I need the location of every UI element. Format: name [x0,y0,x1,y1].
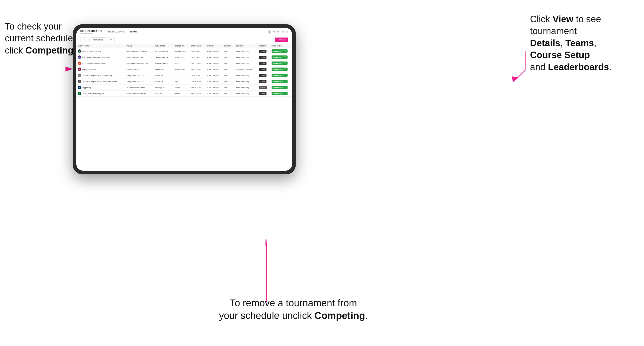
col-start-date: START DATE [190,44,205,48]
cell-division: NCAA Division I [205,78,222,84]
cell-event-name: MFolds of Honor Collegiate [76,48,125,54]
nav-teams[interactable]: TEAMS [130,31,138,33]
cell-venue: Sahalee Country Club [125,54,154,60]
cell-actions: View ℹ [257,91,270,97]
event-name-text: 2023 Sahalee Players Championship [82,56,110,58]
cell-venue: Papago Golf Club [125,66,154,72]
col-hosted-by: HOSTED BY [173,44,190,48]
competing-badge[interactable]: Competing ✓ [272,92,288,95]
table-row: MFolds of Honor CollegiateAmerican Dunes… [76,48,292,54]
table-body: MFolds of Honor CollegiateAmerican Dunes… [76,48,292,97]
nav-tournaments[interactable]: TOURNAMENTS [108,31,124,33]
cell-hosted: Arizona State [173,66,190,72]
tablet-screen: SCOREBOARD Powered by clippi TOURNAMENTS… [76,28,292,171]
filter-competing-button[interactable]: Competing [91,37,106,42]
cell-event-name: APapago Individual [76,66,125,72]
event-name-text: John A. Burns Intercollegiate [82,93,104,94]
team-logo: J [78,80,81,83]
cell-division: NCAA Division I [205,72,222,78]
cell-venue: American Dunes Golf Club [125,48,154,54]
arrow-to-view [501,46,544,90]
view-button[interactable]: View ℹ [259,74,266,77]
filter-all-button[interactable]: All [107,37,115,42]
event-name-text: Copper Cup [82,87,92,88]
team-logo: A [78,68,81,71]
cell-event-name: JJackson T. Stephens Cup – Men's Match P… [76,78,125,84]
cell-competing: Competing ✓ [270,78,292,84]
event-name-text: Jackson T. Stephens Cup – Stroke Play [82,75,112,76]
sign-out-link[interactable]: Sign out [282,31,288,33]
cell-date: Sep 15, 2023 [190,60,205,66]
table-row: APapago IndividualPapago Golf ClubPhoeni… [76,66,292,72]
cell-scoring: team, Stroke Play [234,54,258,60]
annotation-top-right: Click View to seetournament Details, Tea… [530,13,642,73]
cell-actions: View ℹ [257,54,270,60]
cell-event-name: IOFCC Fighting Illini Invitational [76,60,125,66]
cell-gender: Men [222,91,234,97]
cell-date: Sep 9, 2023 [190,54,205,60]
cell-hosted: Arizona [173,84,190,91]
cell-actions: View ℹ [257,48,270,54]
cell-city: Sammamish, WA [154,54,173,60]
table-row: IOFCC Fighting Illini InvitationalOlympi… [76,60,292,66]
cell-date: Oct 9, 2023 [190,72,205,78]
view-button[interactable]: View ℹ [259,92,266,95]
cell-division: NCAA Division I [205,66,222,72]
event-name-text: Papago Individual [82,68,96,70]
competing-badge[interactable]: Competing ✓ [272,55,288,59]
cell-competing: Competing ✓ [270,60,292,66]
tablet-frame: SCOREBOARD Powered by clippi TOURNAMENTS… [73,24,296,174]
team-logo: W [78,55,81,59]
create-button[interactable]: + Create [275,37,288,42]
edit-button[interactable]: ✏ Edit [259,86,267,89]
cell-venue: Trinity Forest Golf Club [125,72,154,78]
competing-badge[interactable]: Competing ✓ [272,49,288,53]
view-button[interactable]: View ℹ [259,80,266,83]
logo-title: SCOREBOARD [80,30,102,32]
cell-date: Oct 11, 2023 [190,78,205,84]
col-division: DIVISION [205,44,222,48]
view-button[interactable]: View ℹ [259,56,266,59]
competing-badge[interactable]: Competing ✓ [272,86,288,89]
cell-city: Maricopa, AZ [154,84,173,91]
table-container: EVENT NAME VENUE CITY, STATE HOSTED BY S… [76,44,292,171]
cell-division: NCAA Division I [205,91,222,97]
cell-division: NCAA Division I [205,60,222,66]
cell-hosted: Washington [173,54,190,60]
cell-venue: Ocean Course At Hokuala [125,91,154,97]
cell-competing: Competing ✓ [270,54,292,60]
cell-venue: Olympia Fields Country Club [125,60,154,66]
filter-bar: Ho... Competing All + Create [76,36,292,44]
competing-badge[interactable]: Competing ✓ [272,80,288,83]
cell-event-name: ACopper Cup [76,84,125,91]
view-button[interactable]: View ℹ [259,50,266,53]
cell-gender: Men [222,84,234,91]
cell-venue: Trinity Forest Golf Club [125,78,154,84]
cell-competing: Competing ✓ [270,84,292,91]
table-row: HJohn A. Burns IntercollegiateOcean Cour… [76,91,292,97]
cell-event-name: HJohn A. Burns Intercollegiate [76,91,125,97]
table-row: W2023 Sahalee Players ChampionshipSahale… [76,54,292,60]
cell-competing: Competing ✓ [270,48,292,54]
event-name-text: Jackson T. Stephens Cup – Men's Match Pl… [82,81,117,82]
competing-badge[interactable]: Competing ✓ [272,68,288,71]
table-header-row: EVENT NAME VENUE CITY, STATE HOSTED BY S… [76,44,292,48]
table-row: ACopper CupAk-Chin Southern DunesMaricop… [76,84,292,91]
arrow-to-last-competing [266,239,268,302]
cell-hosted: Illinois [173,60,190,66]
competing-badge[interactable]: Competing ✓ [272,61,288,65]
cell-scoring: team, Stroke Play [234,48,258,54]
team-logo: M [78,49,81,53]
cell-city: Olympia Fields, IL [154,60,173,66]
cell-date: Feb 15, 2024 [190,91,205,97]
cell-hosted: Hawaii [173,91,190,97]
cell-scoring: team, Stroke Play [234,91,258,97]
filter-home-button[interactable]: Ho... [80,37,90,42]
cell-date: Sep 18, 2023 [190,66,205,72]
view-button[interactable]: View ℹ [259,68,266,71]
cell-date: Sep 4, 2023 [190,48,205,54]
view-button[interactable]: View ℹ [259,62,266,65]
competing-badge[interactable]: Competing ✓ [272,74,288,77]
col-venue: VENUE [125,44,154,48]
navbar: SCOREBOARD Powered by clippi TOURNAMENTS… [76,28,292,36]
